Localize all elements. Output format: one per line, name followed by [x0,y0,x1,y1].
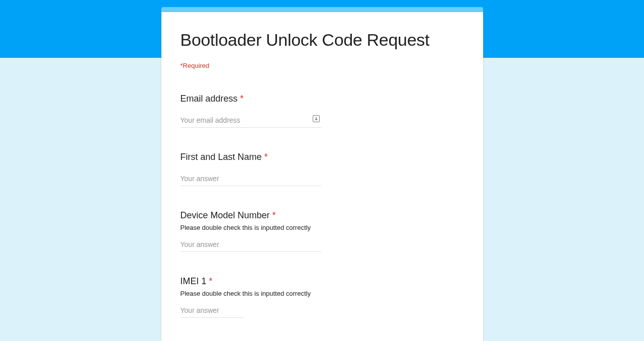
field-name: First and Last Name * [180,152,464,186]
required-text: *Required [180,62,464,69]
accent-bar [161,7,483,12]
field-device-label: Device Model Number * [180,210,464,221]
field-name-label: First and Last Name * [180,152,464,162]
field-device-hint: Please double check this is inputted cor… [180,224,464,231]
email-input[interactable] [180,113,321,128]
field-imei1-hint: Please double check this is inputted cor… [180,290,464,297]
input-wrap-device [180,237,464,252]
form-wrapper: Bootloader Unlock Code Request *Required… [161,0,483,341]
field-email: Email address * [180,94,464,128]
field-email-label-text: Email address [180,94,240,104]
required-star: * [209,276,213,286]
field-imei1: IMEI 1 * Please double check this is inp… [180,276,464,318]
device-input[interactable] [180,237,321,252]
input-wrap-imei1 [180,303,464,318]
field-imei1-label: IMEI 1 * [180,276,464,287]
field-device: Device Model Number * Please double chec… [180,210,464,252]
field-email-label: Email address * [180,94,464,104]
input-wrap-email [180,113,464,128]
required-star: * [240,94,244,104]
input-wrap-name [180,172,464,186]
contact-card-icon[interactable] [313,115,320,122]
imei1-input[interactable] [180,303,243,318]
field-device-label-text: Device Model Number [180,210,272,220]
required-star: * [264,152,268,162]
form-title: Bootloader Unlock Code Request [180,30,464,50]
required-star: * [272,210,276,220]
field-name-label-text: First and Last Name [180,152,264,162]
field-imei1-label-text: IMEI 1 [180,276,209,286]
form-card: Bootloader Unlock Code Request *Required… [161,12,483,341]
name-input[interactable] [180,172,321,186]
